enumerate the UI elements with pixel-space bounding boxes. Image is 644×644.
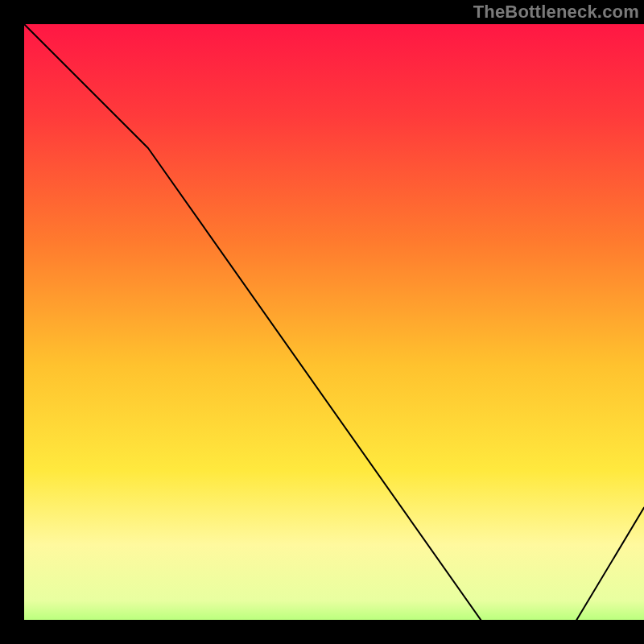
x-axis-border <box>0 620 644 644</box>
y-axis-border <box>0 0 24 644</box>
plot-area <box>24 24 644 644</box>
chart-svg <box>24 24 644 644</box>
chart-frame: TheBottleneck.com <box>0 0 644 644</box>
watermark-text: TheBottleneck.com <box>473 2 639 23</box>
